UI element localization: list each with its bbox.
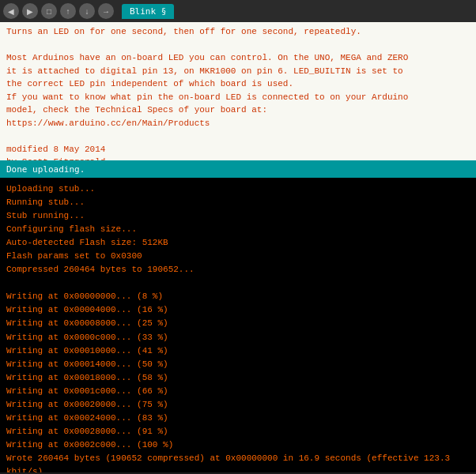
new-button[interactable]: □ — [41, 3, 57, 19]
status-text: Done uploading. — [6, 164, 85, 175]
save-button[interactable]: ↓ — [79, 3, 95, 19]
back-button[interactable]: ◀ — [3, 3, 19, 19]
upload-button[interactable]: → — [98, 3, 114, 19]
editor-content: Turns an LED on for one second, then off… — [6, 25, 470, 160]
console-area[interactable]: Uploading stub... Running stub... Stub r… — [0, 178, 476, 472]
forward-button[interactable]: ▶ — [22, 3, 38, 19]
status-bar: Done uploading. — [0, 160, 476, 178]
top-toolbar: ◀ ▶ □ ↑ ↓ → Blink § — [0, 0, 476, 22]
console-content: Uploading stub... Running stub... Stub r… — [6, 182, 470, 472]
open-button[interactable]: ↑ — [60, 3, 76, 19]
editor-area: Turns an LED on for one second, then off… — [0, 22, 476, 160]
sketch-tab[interactable]: Blink § — [122, 4, 174, 19]
